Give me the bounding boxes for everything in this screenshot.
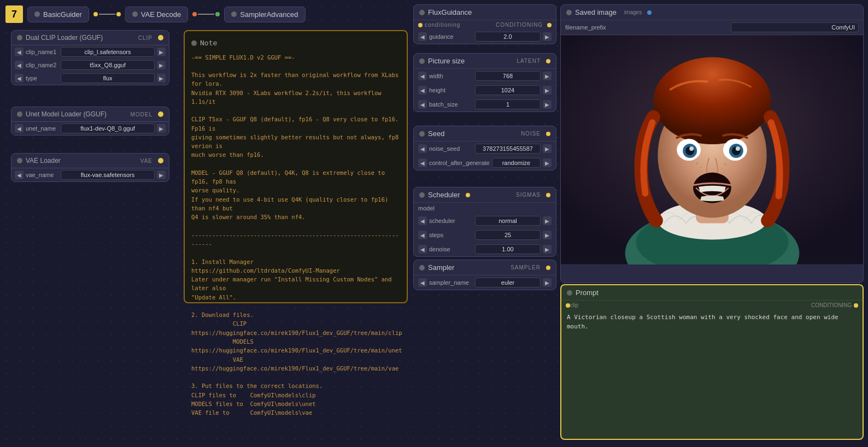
conditioning-out-dot2 <box>854 303 858 308</box>
steps-left[interactable]: ◀ <box>418 231 427 239</box>
portrait-display <box>561 35 863 264</box>
denoise-label: denoise <box>429 246 473 252</box>
sampler-badge: SAMPLER <box>458 264 541 270</box>
sampler-dot <box>419 265 425 270</box>
vae-name-left[interactable]: ◀ <box>15 170 24 179</box>
basic-guider-node[interactable]: BasicGuider <box>27 7 89 22</box>
clip-name1-right[interactable]: ▶ <box>157 48 166 56</box>
vae-name-right[interactable]: ▶ <box>157 170 166 179</box>
control-value: randomize <box>492 158 541 168</box>
clip-name1-left[interactable]: ◀ <box>15 48 24 56</box>
portrait-svg <box>561 35 863 264</box>
scheduler-name-left[interactable]: ◀ <box>418 216 427 225</box>
vae-name-label: vae_name <box>26 172 58 178</box>
guidance-label: guidance <box>429 33 473 40</box>
note-header: Note <box>191 38 400 49</box>
guidance-left[interactable]: ◀ <box>418 32 427 41</box>
top-bar: 7 BasicGuider VAE Decode SamplerAdvanced <box>0 0 868 28</box>
unet-loader-card: Unet Model Loader (GGUF) MODEL ◀ unet_na… <box>11 107 169 136</box>
vae-loader-card: VAE Loader VAE ◀ vae_name flux-vae.safet… <box>11 153 169 182</box>
prompt-sub-header: clip CONDITIONING <box>561 301 863 310</box>
sampler-title: Sampler <box>428 263 454 272</box>
type-right[interactable]: ▶ <box>157 74 166 83</box>
clip-name1-label: clip_name1 <box>26 49 58 55</box>
batch-label: batch_size <box>429 101 473 108</box>
steps-row: ◀ steps 25 ▶ <box>414 228 556 242</box>
batch-left[interactable]: ◀ <box>418 100 427 109</box>
width-value: 768 <box>475 71 541 81</box>
vae-decode-dot <box>132 11 138 17</box>
unet-loader-header: Unet Model Loader (GGUF) MODEL <box>11 107 169 122</box>
vae-decode-node[interactable]: VAE Decode <box>125 7 188 22</box>
vae-loader-badge: VAE <box>140 158 153 164</box>
steps-right[interactable]: ▶ <box>543 231 552 239</box>
height-value: 1024 <box>475 85 541 95</box>
vae-loader-title: VAE Loader <box>26 157 61 164</box>
connector-line-2 <box>198 14 214 15</box>
seed-dot <box>419 131 425 137</box>
control-left[interactable]: ◀ <box>418 158 427 167</box>
sigmas-badge: SIGMAS <box>473 192 541 198</box>
noise-seed-row: ◀ noise_seed 378273155455587 ▶ <box>414 142 556 156</box>
denoise-left[interactable]: ◀ <box>418 245 427 254</box>
sampler-name-right[interactable]: ▶ <box>543 278 552 287</box>
sampler-card: Sampler SAMPLER ◀ sampler_name euler ▶ <box>413 260 556 290</box>
svg-point-10 <box>689 146 694 151</box>
width-right[interactable]: ▶ <box>543 72 552 80</box>
sampler-advanced-node[interactable]: SamplerAdvanced <box>224 7 305 22</box>
sigmas-out-dot <box>546 193 550 197</box>
unet-name-row: ◀ unet_name flux1-dev-Q8_0.gguf ▶ <box>11 122 169 135</box>
seed-title: Seed <box>428 130 444 138</box>
denoise-right[interactable]: ▶ <box>543 245 552 254</box>
width-row: ◀ width 768 ▶ <box>414 69 556 83</box>
note-title: Note <box>200 38 217 49</box>
scheduler-name-right[interactable]: ▶ <box>543 216 552 225</box>
vae-name-value: flux-vae.safetensors <box>61 170 155 180</box>
note-dot <box>191 40 197 46</box>
control-right[interactable]: ▶ <box>543 158 552 167</box>
dual-clip-badge: CLIP <box>138 35 153 41</box>
sampler-advanced-dot <box>231 11 237 17</box>
node-badge: 7 <box>5 5 23 23</box>
basic-guider-label: BasicGuider <box>43 10 82 19</box>
prompt-text[interactable]: A Victorian closeup a Scottish woman wit… <box>561 310 863 334</box>
prompt-conditioning-badge: CONDITIONING <box>578 302 852 308</box>
connector-dot-1 <box>93 12 98 16</box>
batch-row: ◀ batch_size 1 ▶ <box>414 97 556 111</box>
sampler-advanced-label: SamplerAdvanced <box>240 10 298 19</box>
connector-dot-3 <box>192 12 197 16</box>
dual-clip-loader-card: Dual CLIP Loader (GGUF) CLIP ◀ clip_name… <box>11 30 169 85</box>
vae-loader-header: VAE Loader VAE <box>11 154 169 168</box>
clip-name2-left[interactable]: ◀ <box>15 61 24 69</box>
unet-name-value: flux1-dev-Q8_0.gguf <box>61 123 155 133</box>
control-label: control_after_generate <box>429 160 490 166</box>
batch-right[interactable]: ▶ <box>543 100 552 109</box>
steps-label: steps <box>429 232 473 238</box>
unet-name-left[interactable]: ◀ <box>15 124 24 133</box>
type-left[interactable]: ◀ <box>15 74 24 83</box>
height-left[interactable]: ◀ <box>418 86 427 95</box>
prompt-title: Prompt <box>576 289 599 297</box>
unet-name-right[interactable]: ▶ <box>157 124 166 133</box>
noise-seed-value: 378273155455587 <box>475 144 541 154</box>
width-left[interactable]: ◀ <box>418 72 427 80</box>
clip-name2-right[interactable]: ▶ <box>157 61 166 69</box>
unet-name-label: unet_name <box>26 125 58 132</box>
type-label: type <box>26 75 58 81</box>
saved-image-panel: Saved image images filename_prefix Comfy… <box>560 4 864 283</box>
prompt-panel: Prompt clip CONDITIONING A Victorian clo… <box>560 284 864 440</box>
unet-dot <box>17 111 22 117</box>
dual-clip-loader-header: Dual CLIP Loader (GGUF) CLIP <box>11 31 169 45</box>
control-row: ◀ control_after_generate randomize ▶ <box>414 156 556 170</box>
noise-seed-right[interactable]: ▶ <box>543 144 552 153</box>
sampler-name-value: euler <box>475 278 541 287</box>
height-label: height <box>429 87 473 93</box>
noise-seed-left[interactable]: ◀ <box>418 144 427 153</box>
picture-size-dot <box>419 58 425 64</box>
height-right[interactable]: ▶ <box>543 86 552 95</box>
model-in-dot <box>466 193 470 197</box>
sampler-name-left[interactable]: ◀ <box>418 278 427 287</box>
guidance-right[interactable]: ▶ <box>543 32 552 41</box>
scheduler-row: ◀ scheduler normal ▶ <box>414 214 556 228</box>
connector-dot-2 <box>116 12 121 16</box>
